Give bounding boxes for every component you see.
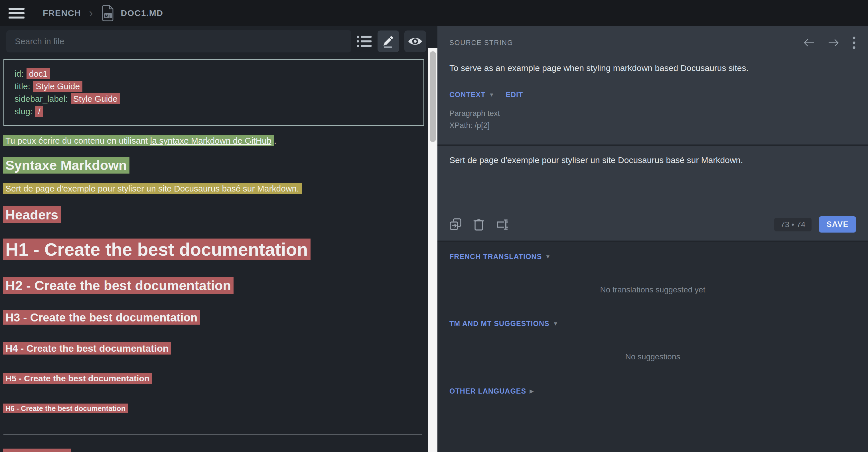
scrollbar-track[interactable]	[428, 48, 437, 452]
document-panel: id:doc1 title:Style Guide sidebar_label:…	[0, 26, 428, 452]
heading-string: Headers	[3, 206, 426, 224]
untranslated-string[interactable]: H3 - Create the best documentation	[3, 310, 200, 325]
untranslated-string[interactable]: H1 - Create the best documentation	[3, 238, 311, 260]
breadcrumb-project[interactable]: FRENCH	[43, 8, 81, 18]
frontmatter-line: id:doc1	[14, 68, 413, 80]
chevron-down-icon: ▼	[489, 92, 494, 98]
strings-list-icon[interactable]	[356, 35, 372, 48]
frontmatter-line: slug:/	[14, 105, 413, 118]
heading-string: H3 - Create the best documentation	[3, 310, 426, 325]
chevron-down-icon: ▼	[553, 321, 558, 327]
heading-string: H2 - Create the best documentation	[3, 277, 426, 295]
github-markdown-link[interactable]: la syntaxe Markdown de GitHub	[150, 136, 272, 146]
rename-text-cursor-icon[interactable]	[496, 219, 509, 231]
scrollbar-spacer	[428, 26, 437, 48]
french-translations-toggle[interactable]: FRENCH TRANSLATIONS	[450, 253, 542, 261]
suggestions-section: FRENCH TRANSLATIONS ▼ No translations su…	[437, 242, 868, 452]
heading-string: H1 - Create the best documentation	[3, 237, 426, 262]
french-translations-empty-message: No translations suggested yet	[450, 285, 856, 294]
translated-string[interactable]: Tu peux écrire du contenu en utilisant l…	[3, 135, 274, 146]
untranslated-string[interactable]: H2 - Create the best documentation	[3, 277, 234, 294]
frontmatter-key: sidebar_label:	[14, 94, 68, 103]
tm-mt-empty-message: No suggestions	[450, 352, 856, 361]
source-string-text: To serve as an example page when styling…	[450, 62, 856, 74]
frontmatter-value-string[interactable]: doc1	[27, 68, 50, 79]
character-counter: 73 • 74	[774, 218, 812, 231]
frontmatter-value-string[interactable]: Style Guide	[71, 93, 120, 104]
save-button[interactable]: SAVE	[819, 216, 856, 232]
heading-string: H6 - Create the best documentation	[3, 403, 426, 414]
frontmatter-key: title:	[14, 82, 30, 91]
edit-mode-icon[interactable]	[377, 31, 399, 52]
untranslated-string[interactable]: H5 - Create the best documentation	[3, 373, 152, 384]
heading-string: H4 - Create the best documentation	[3, 342, 426, 355]
frontmatter-line: title:Style Guide	[14, 80, 413, 93]
breadcrumb-chevron-icon: ›	[89, 6, 94, 20]
preview-eye-icon[interactable]	[404, 31, 426, 52]
frontmatter-key: slug:	[14, 106, 32, 116]
breadcrumb-filename[interactable]: DOC1.MD	[121, 8, 163, 18]
horizontal-rule	[3, 434, 422, 435]
untranslated-string[interactable]: Headers	[3, 206, 61, 223]
heading-string: H5 - Create the best documentation	[3, 372, 426, 385]
paragraph-string: Sert de page d'exemple pour styliser un …	[3, 183, 426, 194]
untranslated-string[interactable]: Emphasis	[3, 449, 71, 452]
edit-context-button[interactable]: EDIT	[505, 91, 523, 99]
copy-source-icon[interactable]	[450, 218, 462, 231]
selected-string[interactable]: Sert de page d'exemple pour styliser un …	[3, 183, 302, 194]
top-bar: FRENCH › M↓ DOC1.MD	[0, 0, 868, 26]
tm-mt-suggestions-toggle[interactable]: TM AND MT SUGGESTIONS	[450, 320, 550, 328]
untranslated-string[interactable]: H6 - Create the best documentation	[3, 403, 128, 413]
document-content: id:doc1 title:Style Guide sidebar_label:…	[0, 55, 428, 452]
frontmatter-line: sidebar_label:Style Guide	[14, 93, 413, 105]
main-area: id:doc1 title:Style Guide sidebar_label:…	[0, 26, 868, 452]
search-input[interactable]	[6, 30, 351, 53]
source-string-section: SOURCE STRING	[437, 26, 868, 144]
translation-panel: SOURCE STRING	[437, 26, 868, 452]
document-scrollbar	[428, 26, 437, 452]
svg-text:M↓: M↓	[105, 13, 111, 18]
translation-input[interactable]: Sert de page d'exemple pour styliser un …	[450, 154, 856, 216]
frontmatter-value-string[interactable]: Style Guide	[33, 80, 83, 92]
untranslated-string[interactable]: H4 - Create the best documentation	[3, 342, 171, 355]
previous-string-arrow-icon[interactable]	[804, 38, 814, 47]
document-toolbar	[0, 26, 428, 55]
markdown-file-icon: M↓	[101, 5, 115, 22]
context-xpath: XPath: /p[2]	[450, 120, 856, 131]
other-languages-toggle[interactable]: OTHER LANGUAGES	[450, 387, 526, 395]
paragraph-string: Tu peux écrire du contenu en utilisant l…	[3, 135, 426, 147]
heading-string: Emphasis	[3, 448, 426, 452]
context-description: Paragraph text	[450, 107, 856, 120]
source-string-label: SOURCE STRING	[450, 39, 513, 47]
delete-translation-icon[interactable]	[473, 218, 484, 231]
chevron-right-icon: ▶	[529, 388, 534, 394]
heading-string: Syntaxe Markdown	[3, 156, 426, 174]
chevron-down-icon: ▼	[545, 254, 551, 260]
frontmatter-block: id:doc1 title:Style Guide sidebar_label:…	[3, 59, 424, 126]
scrollbar-thumb[interactable]	[430, 51, 436, 142]
frontmatter-key: id:	[14, 69, 24, 78]
translated-string[interactable]: Syntaxe Markdown	[3, 157, 129, 173]
translation-editor-section: Sert de page d'exemple pour styliser un …	[437, 146, 868, 240]
translation-toolbar: 73 • 74 SAVE	[450, 216, 856, 232]
more-options-kebab-icon[interactable]	[852, 36, 856, 49]
frontmatter-value-string[interactable]: /	[35, 106, 43, 117]
context-toggle[interactable]: CONTEXT	[450, 91, 485, 99]
menu-icon[interactable]	[8, 6, 25, 20]
next-string-arrow-icon[interactable]	[828, 38, 839, 47]
